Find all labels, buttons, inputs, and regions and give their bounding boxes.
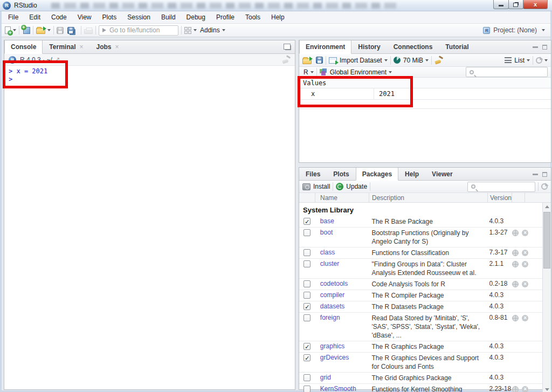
maximize-pane-icon[interactable]: [542, 45, 547, 50]
tab-connections[interactable]: Connections: [387, 40, 439, 53]
menu-file[interactable]: File: [3, 12, 24, 23]
refresh-environment-caret[interactable]: [544, 59, 548, 61]
minimize-button[interactable]: [493, 0, 509, 9]
tab-history[interactable]: History: [351, 40, 387, 53]
update-button[interactable]: Update: [346, 183, 367, 190]
tab-help[interactable]: Help: [398, 168, 425, 180]
scroll-down-icon[interactable]: [543, 386, 551, 392]
menu-code[interactable]: Code: [46, 12, 72, 23]
language-selector[interactable]: R: [303, 68, 308, 76]
package-name-link[interactable]: datasets: [320, 302, 344, 310]
package-name-link[interactable]: codetools: [320, 280, 348, 287]
package-website-icon[interactable]: [512, 230, 519, 236]
package-name-link[interactable]: base: [320, 217, 334, 225]
tab-terminal[interactable]: Terminal×: [43, 40, 89, 53]
package-website-icon[interactable]: [512, 250, 519, 256]
package-loaded-checkbox[interactable]: [303, 374, 310, 381]
menu-profile[interactable]: Profile: [211, 12, 240, 23]
package-loaded-checkbox[interactable]: [303, 292, 310, 299]
scroll-up-icon[interactable]: [543, 203, 551, 211]
package-loaded-checkbox[interactable]: [303, 229, 310, 236]
load-workspace-icon[interactable]: [302, 58, 312, 64]
import-dataset-button[interactable]: Import Dataset: [340, 57, 382, 64]
package-loaded-checkbox[interactable]: ✓: [303, 218, 310, 225]
list-view-caret[interactable]: [527, 59, 530, 61]
close-tab-icon[interactable]: ×: [115, 43, 119, 51]
new-file-dropdown-caret[interactable]: [13, 29, 16, 31]
import-dataset-caret[interactable]: [384, 59, 388, 61]
menu-session[interactable]: Session: [122, 12, 156, 23]
tab-environment[interactable]: Environment: [299, 40, 351, 54]
addins-button[interactable]: Addins: [200, 26, 220, 34]
popout-pane-icon[interactable]: [285, 45, 291, 50]
tab-viewer[interactable]: Viewer: [425, 168, 459, 180]
environment-scope-selector[interactable]: Global Environment: [330, 68, 387, 76]
addins-caret[interactable]: [222, 29, 225, 31]
open-file-dropdown-caret[interactable]: [47, 29, 51, 31]
new-file-icon[interactable]: [5, 26, 11, 34]
memory-usage-caret[interactable]: [425, 59, 429, 61]
package-name-link[interactable]: compiler: [320, 291, 344, 299]
save-all-icon[interactable]: [67, 27, 74, 34]
package-loaded-checkbox[interactable]: ✓: [303, 343, 310, 350]
remove-package-icon[interactable]: ×: [522, 315, 528, 321]
remove-package-icon[interactable]: ×: [522, 386, 528, 392]
package-website-icon[interactable]: [512, 315, 519, 321]
open-directory-icon[interactable]: ↗: [55, 56, 60, 63]
menu-build[interactable]: Build: [156, 12, 181, 23]
new-project-icon[interactable]: [23, 27, 30, 34]
tab-tutorial[interactable]: Tutorial: [439, 40, 475, 53]
package-loaded-checkbox[interactable]: ✓: [303, 303, 310, 310]
tab-files[interactable]: Files: [299, 168, 327, 180]
tab-console[interactable]: Console: [4, 40, 43, 54]
memory-usage-button[interactable]: 70 MiB: [403, 57, 423, 64]
maximize-pane-icon[interactable]: [542, 172, 547, 177]
close-button[interactable]: x: [523, 0, 548, 9]
package-name-link[interactable]: grDevices: [320, 354, 349, 361]
print-icon[interactable]: [84, 29, 93, 34]
tab-packages[interactable]: Packages: [356, 168, 398, 181]
variable-row[interactable]: x2021: [299, 88, 551, 100]
package-name-link[interactable]: class: [320, 249, 335, 256]
package-name-link[interactable]: boot: [320, 229, 333, 236]
package-name-link[interactable]: grid: [320, 374, 331, 381]
remove-package-icon[interactable]: ×: [522, 281, 528, 287]
package-name-link[interactable]: KernSmooth: [320, 385, 356, 392]
console-output[interactable]: > x = 2021>: [4, 66, 295, 84]
package-website-icon[interactable]: [512, 261, 519, 267]
refresh-packages-icon[interactable]: [541, 183, 548, 190]
language-caret[interactable]: [310, 71, 314, 73]
open-file-icon[interactable]: [36, 28, 45, 34]
project-menu-button[interactable]: R Project: (None): [483, 26, 545, 34]
package-website-icon[interactable]: [512, 281, 519, 287]
packages-scrollbar[interactable]: [542, 203, 551, 392]
menu-view[interactable]: View: [72, 12, 97, 23]
remove-package-icon[interactable]: ×: [522, 261, 528, 267]
scrollbar-thumb[interactable]: [543, 212, 550, 269]
package-loaded-checkbox[interactable]: [303, 386, 310, 392]
pane-layout-icon[interactable]: [184, 27, 191, 34]
package-loaded-checkbox[interactable]: ✓: [303, 354, 310, 361]
save-icon[interactable]: [57, 27, 64, 34]
menu-help[interactable]: Help: [266, 12, 290, 23]
package-name-link[interactable]: foreign: [320, 314, 340, 321]
list-view-button[interactable]: List: [514, 57, 525, 64]
minimize-pane-icon[interactable]: [533, 174, 538, 175]
package-loaded-checkbox[interactable]: [303, 260, 310, 267]
remove-package-icon[interactable]: ×: [522, 250, 528, 256]
tab-jobs[interactable]: Jobs×: [89, 40, 125, 53]
packages-search-input[interactable]: [467, 182, 535, 192]
package-loaded-checkbox[interactable]: [303, 249, 310, 256]
maximize-button[interactable]: [508, 0, 523, 9]
clear-console-icon[interactable]: [282, 56, 291, 64]
remove-package-icon[interactable]: ×: [522, 230, 528, 236]
menu-debug[interactable]: Debug: [181, 12, 211, 23]
menu-plots[interactable]: Plots: [97, 12, 122, 23]
package-website-icon[interactable]: [512, 386, 519, 392]
package-name-link[interactable]: graphics: [320, 342, 344, 350]
install-button[interactable]: Install: [313, 183, 330, 190]
menu-tools[interactable]: Tools: [240, 12, 266, 23]
environment-search-input[interactable]: [466, 67, 548, 77]
package-loaded-checkbox[interactable]: [303, 314, 310, 321]
menu-edit[interactable]: Edit: [24, 12, 46, 23]
